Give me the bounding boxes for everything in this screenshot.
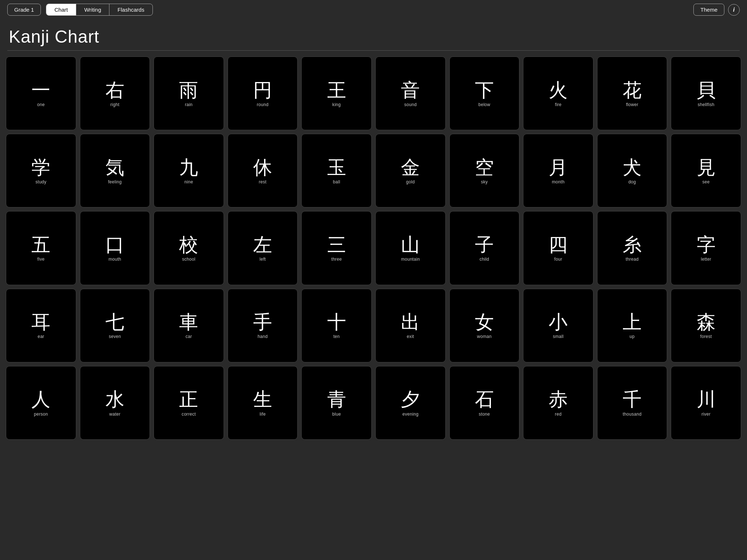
- kanji-meaning: thousand: [623, 412, 642, 417]
- kanji-character: 校: [179, 234, 198, 255]
- kanji-card[interactable]: 左left: [228, 211, 298, 285]
- kanji-character: 川: [697, 389, 716, 410]
- kanji-card[interactable]: 五five: [6, 211, 76, 285]
- tab-chart[interactable]: Chart: [46, 4, 76, 15]
- kanji-meaning: one: [37, 102, 45, 107]
- kanji-card[interactable]: 月month: [523, 134, 593, 207]
- grade-button[interactable]: Grade 1: [7, 4, 41, 16]
- kanji-card[interactable]: 校school: [154, 211, 224, 285]
- kanji-card[interactable]: 王king: [301, 57, 372, 130]
- kanji-card[interactable]: 上up: [597, 289, 667, 362]
- kanji-card[interactable]: 出exit: [375, 289, 446, 362]
- kanji-card[interactable]: 休rest: [228, 134, 298, 207]
- kanji-card[interactable]: 金gold: [375, 134, 446, 207]
- kanji-meaning: study: [35, 179, 46, 184]
- kanji-character: 休: [253, 157, 272, 178]
- theme-button[interactable]: Theme: [693, 4, 724, 16]
- kanji-card[interactable]: 空sky: [449, 134, 520, 207]
- tab-flashcards[interactable]: Flashcards: [109, 4, 152, 15]
- kanji-card[interactable]: 口mouth: [80, 211, 150, 285]
- kanji-card[interactable]: 人person: [6, 366, 76, 440]
- kanji-meaning: seven: [109, 334, 121, 339]
- kanji-meaning: blue: [332, 412, 341, 417]
- kanji-character: 生: [253, 389, 272, 410]
- kanji-meaning: forest: [700, 334, 712, 339]
- kanji-card[interactable]: 学study: [6, 134, 76, 207]
- kanji-card[interactable]: 円round: [228, 57, 298, 130]
- kanji-card[interactable]: 森forest: [671, 289, 741, 362]
- kanji-card[interactable]: 千thousand: [597, 366, 667, 440]
- kanji-card[interactable]: 小small: [523, 289, 593, 362]
- kanji-meaning: correct: [182, 412, 196, 417]
- kanji-character: 月: [549, 157, 568, 178]
- kanji-character: 火: [549, 80, 568, 101]
- kanji-card[interactable]: 川river: [671, 366, 741, 440]
- kanji-card[interactable]: 貝shellfish: [671, 57, 741, 130]
- kanji-meaning: river: [701, 412, 711, 417]
- kanji-card[interactable]: 三three: [301, 211, 372, 285]
- kanji-card[interactable]: 九nine: [154, 134, 224, 207]
- kanji-card[interactable]: 右right: [80, 57, 150, 130]
- kanji-card[interactable]: 火fire: [523, 57, 593, 130]
- kanji-character: 金: [401, 157, 420, 178]
- kanji-card[interactable]: 犬dog: [597, 134, 667, 207]
- kanji-character: 夕: [401, 389, 420, 410]
- kanji-character: 小: [549, 312, 568, 332]
- kanji-card[interactable]: 手hand: [228, 289, 298, 362]
- kanji-card[interactable]: 青blue: [301, 366, 372, 440]
- kanji-meaning: ear: [38, 334, 44, 339]
- kanji-card[interactable]: 雨rain: [154, 57, 224, 130]
- kanji-card[interactable]: 石stone: [449, 366, 520, 440]
- kanji-card[interactable]: 七seven: [80, 289, 150, 362]
- kanji-character: 出: [401, 312, 420, 332]
- kanji-card[interactable]: 十ten: [301, 289, 372, 362]
- kanji-character: 下: [475, 80, 494, 101]
- kanji-meaning: fire: [555, 102, 562, 107]
- kanji-card[interactable]: 赤red: [523, 366, 593, 440]
- kanji-card[interactable]: 音sound: [375, 57, 446, 130]
- kanji-card[interactable]: 生life: [228, 366, 298, 440]
- kanji-character: 円: [253, 80, 272, 101]
- kanji-card[interactable]: 見see: [671, 134, 741, 207]
- kanji-card[interactable]: 正correct: [154, 366, 224, 440]
- kanji-meaning: hand: [258, 334, 268, 339]
- kanji-card[interactable]: 糸thread: [597, 211, 667, 285]
- kanji-character: 花: [623, 80, 642, 101]
- kanji-card[interactable]: 字letter: [671, 211, 741, 285]
- kanji-meaning: car: [186, 334, 192, 339]
- kanji-card[interactable]: 子child: [449, 211, 520, 285]
- kanji-meaning: dog: [628, 179, 636, 184]
- kanji-card[interactable]: 夕evening: [375, 366, 446, 440]
- kanji-card[interactable]: 車car: [154, 289, 224, 362]
- divider: [7, 50, 740, 51]
- kanji-meaning: thread: [626, 257, 639, 262]
- kanji-meaning: up: [630, 334, 635, 339]
- info-button[interactable]: i: [728, 4, 740, 16]
- kanji-card[interactable]: 気feeling: [80, 134, 150, 207]
- kanji-character: 貝: [697, 80, 716, 101]
- tab-writing[interactable]: Writing: [76, 4, 109, 15]
- kanji-meaning: three: [331, 257, 342, 262]
- kanji-card[interactable]: 耳ear: [6, 289, 76, 362]
- kanji-card[interactable]: 一one: [6, 57, 76, 130]
- kanji-meaning: mountain: [401, 257, 420, 262]
- kanji-character: 石: [475, 389, 494, 410]
- kanji-character: 手: [253, 312, 272, 332]
- kanji-card[interactable]: 女woman: [449, 289, 520, 362]
- kanji-card[interactable]: 水water: [80, 366, 150, 440]
- kanji-character: 右: [105, 80, 124, 101]
- kanji-card[interactable]: 下below: [449, 57, 520, 130]
- kanji-meaning: exit: [407, 334, 414, 339]
- kanji-meaning: stone: [479, 412, 490, 417]
- kanji-card[interactable]: 山mountain: [375, 211, 446, 285]
- kanji-character: 見: [697, 157, 716, 178]
- kanji-character: 気: [105, 157, 124, 178]
- kanji-character: 左: [253, 234, 272, 255]
- kanji-meaning: life: [260, 412, 266, 417]
- kanji-meaning: mouth: [108, 257, 121, 262]
- kanji-card[interactable]: 四four: [523, 211, 593, 285]
- kanji-character: 十: [327, 312, 346, 332]
- kanji-card[interactable]: 玉ball: [301, 134, 372, 207]
- kanji-card[interactable]: 花flower: [597, 57, 667, 130]
- nav-tabs: Chart Writing Flashcards: [46, 4, 152, 16]
